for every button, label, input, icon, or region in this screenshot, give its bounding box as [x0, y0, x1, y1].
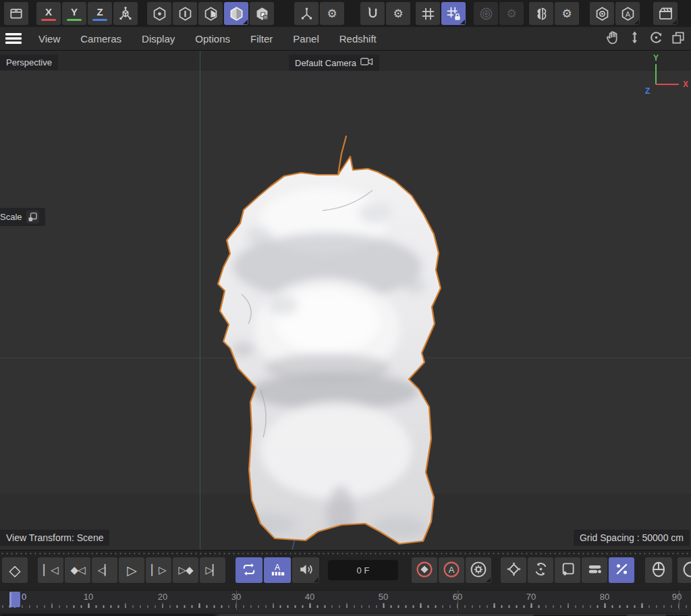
x-axis-icon: X [41, 7, 56, 21]
next-frame-icon: ▏▷ [151, 565, 165, 576]
perspective-viewport[interactable]: Perspective Default Camera Scale Y X Z V… [0, 51, 691, 550]
ruler-major-ticks [0, 603, 691, 608]
box-button[interactable] [4, 2, 28, 25]
loop-mode-button[interactable] [236, 557, 262, 583]
ruler-label-10: 10 [84, 592, 93, 602]
hexagon-a-icon: A [620, 6, 636, 22]
hamburger-menu-icon[interactable] [5, 32, 22, 45]
axis-settings-button[interactable]: ⚙ [320, 2, 344, 25]
model-mode-button[interactable] [224, 2, 248, 25]
film-clapper-icon [658, 6, 673, 22]
record-keyframe-button[interactable] [412, 557, 437, 583]
timeline-range-row: 0 F 90 F [0, 613, 691, 616]
lock-z-axis-button[interactable]: Z [88, 2, 112, 25]
next-key-button[interactable]: ▷◆ [173, 557, 198, 583]
symmetry-group: ⚙ [529, 2, 579, 25]
record-keyframe-icon [416, 561, 433, 580]
svg-text:A: A [625, 9, 630, 18]
gear-icon: ⚙ [506, 8, 516, 20]
hex-a-button[interactable]: A [615, 2, 640, 25]
texture-mode-button[interactable] [250, 2, 274, 25]
snap-group: ⚙ [360, 2, 410, 25]
axis-gizmo[interactable]: Y X Z [640, 53, 688, 99]
camera-label[interactable]: Default Camera [289, 55, 379, 71]
position-keys-button[interactable] [501, 557, 526, 583]
goto-start-button[interactable]: ▏◁ [38, 557, 63, 583]
points-mode-button[interactable] [147, 2, 171, 25]
orbit-icon [648, 30, 664, 47]
lock-x-axis-button[interactable]: X [36, 2, 61, 25]
top-toolbar: X Y Z [0, 0, 691, 27]
speaker-icon [298, 561, 314, 580]
symmetry-settings-button[interactable]: ⚙ [555, 2, 579, 25]
edges-mode-button[interactable] [173, 2, 197, 25]
menu-cameras[interactable]: Cameras [70, 28, 132, 50]
playmode-a-button[interactable]: A [264, 557, 291, 583]
menu-panel[interactable]: Panel [283, 28, 329, 50]
keyframe-button[interactable]: ◇ [2, 557, 28, 583]
previous-key-button[interactable]: ◆◁ [65, 557, 90, 583]
maximize-view-button[interactable] [671, 30, 686, 47]
snap-settings-button[interactable]: ⚙ [386, 2, 410, 25]
previous-key-icon: ◆◁ [70, 565, 84, 576]
snap-toggle-button[interactable] [360, 2, 385, 25]
menu-view[interactable]: View [28, 28, 70, 50]
menu-filter[interactable]: Filter [240, 28, 283, 50]
workplane-lock-icon [446, 6, 462, 22]
rings-settings-button[interactable]: ⚙ [499, 2, 524, 25]
workplane-grid-icon [420, 6, 436, 22]
goto-end-button[interactable]: ▷▏ [200, 557, 225, 583]
dolly-view-button[interactable] [628, 30, 642, 47]
clapper-button[interactable] [653, 2, 678, 25]
animation-toolbar: ◇ ▏◁ ◆◁ ◁▏ ▷ ▏▷ ▷◆ ▷▏ A 0 F [0, 550, 691, 590]
enable-axis-icon [299, 6, 314, 22]
play-icon: ▷ [127, 564, 136, 577]
points-mode-icon [152, 6, 167, 22]
orbit-view-button[interactable] [648, 30, 664, 47]
rotation-keys-button[interactable] [528, 557, 553, 583]
active-tool-hud[interactable]: Scale [0, 208, 45, 226]
view-type-label[interactable]: Perspective [0, 55, 58, 70]
timeline-ruler[interactable]: 0 10 20 30 40 50 60 70 80 90 [0, 590, 691, 613]
workplane-button[interactable] [416, 2, 440, 25]
cinema4d-viewport-window: X Y Z [0, 0, 691, 616]
autokey-button[interactable]: A [439, 557, 464, 583]
rotation-keys-icon [532, 561, 549, 580]
timeline-playhead[interactable] [9, 592, 20, 607]
ruler-label-90: 90 [672, 592, 682, 602]
menu-options[interactable]: Options [185, 28, 240, 50]
next-frame-button[interactable]: ▏▷ [146, 557, 171, 583]
menu-display[interactable]: Display [132, 28, 185, 50]
goto-start-icon: ▏◁ [43, 565, 57, 576]
lock-y-axis-button[interactable]: Y [62, 2, 86, 25]
coordinate-system-icon [117, 5, 134, 22]
filter-keys-button[interactable] [609, 557, 634, 583]
pan-view-button[interactable] [605, 30, 621, 47]
menu-redshift[interactable]: Redshift [329, 28, 387, 50]
gear-icon: ⚙ [393, 8, 403, 20]
takes-group [653, 2, 678, 25]
pla-keys-button[interactable] [582, 557, 607, 583]
keyframe-settings-gear-icon [470, 561, 487, 580]
coordinate-system-button[interactable] [113, 2, 138, 25]
symmetry-toggle-button[interactable] [529, 2, 553, 25]
enable-axis-button[interactable] [294, 2, 319, 25]
current-frame-field[interactable]: 0 F [328, 560, 398, 580]
toolbar-drag-handle[interactable] [0, 552, 691, 555]
play-button[interactable]: ▷ [119, 557, 144, 583]
gizmo-z-label: Z [645, 86, 650, 96]
pla-keys-icon [586, 561, 603, 580]
viewport-solo-button[interactable] [590, 2, 614, 25]
concentric-rings-button[interactable] [474, 2, 498, 25]
previous-frame-button[interactable]: ◁▏ [92, 557, 117, 583]
lock-workplane-button[interactable] [441, 2, 466, 25]
model-viewport-object[interactable] [202, 127, 452, 550]
parameter-keys-button[interactable] [555, 557, 580, 583]
mouse-input-button[interactable] [645, 557, 672, 583]
filter-off-icon [613, 561, 630, 580]
ruler-label-50: 50 [379, 592, 388, 602]
ruler-label-80: 80 [600, 592, 609, 602]
polygons-mode-button[interactable] [198, 2, 223, 25]
position-keys-icon [505, 561, 522, 580]
partial-edge-button[interactable] [678, 557, 691, 583]
